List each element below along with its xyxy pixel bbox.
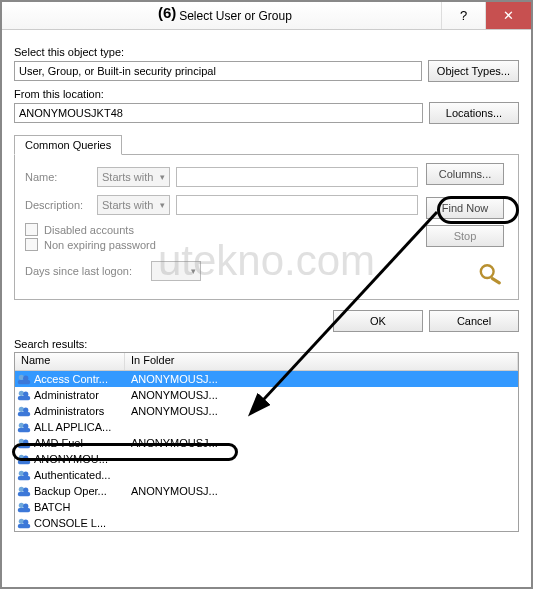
query-name-input (176, 167, 418, 187)
row-name: Administrators (34, 405, 104, 417)
svg-point-15 (19, 439, 24, 444)
table-row[interactable]: ANONYMOU... (15, 451, 518, 467)
row-name: Administrator (34, 389, 99, 401)
location-label: From this location: (14, 88, 519, 100)
query-name-mode-select: Starts with (97, 167, 170, 187)
non-expiring-checkbox: Non expiring password (25, 238, 418, 251)
svg-rect-14 (18, 428, 30, 432)
svg-rect-29 (18, 508, 30, 512)
object-type-label: Select this object type: (14, 46, 519, 58)
query-description-input (176, 195, 418, 215)
svg-rect-11 (18, 412, 30, 416)
svg-point-3 (19, 375, 24, 380)
row-name: CONSOLE L... (34, 517, 106, 529)
cancel-button[interactable]: Cancel (429, 310, 519, 332)
group-icon (17, 469, 31, 481)
disabled-accounts-label: Disabled accounts (44, 224, 134, 236)
table-row[interactable]: AdministratorANONYMOUSJ... (15, 387, 518, 403)
group-icon (17, 373, 31, 385)
svg-rect-20 (18, 460, 30, 464)
search-results-label: Search results: (14, 338, 519, 350)
results-table[interactable]: Name In Folder Access Contr...ANONYMOUSJ… (14, 352, 519, 532)
help-button[interactable]: ? (441, 2, 485, 29)
disabled-accounts-checkbox: Disabled accounts (25, 223, 418, 236)
group-icon (17, 405, 31, 417)
table-row[interactable]: Access Contr...ANONYMOUSJ... (15, 371, 518, 387)
object-type-input[interactable] (14, 61, 422, 81)
stop-button[interactable]: Stop (426, 225, 504, 247)
query-description-label: Description: (25, 199, 91, 211)
table-row[interactable]: CONSOLE L... (15, 515, 518, 531)
row-name: Access Contr... (34, 373, 108, 385)
find-now-button[interactable]: Find Now (426, 197, 504, 219)
object-types-button[interactable]: Object Types... (428, 60, 519, 82)
svg-rect-8 (18, 396, 30, 400)
col-header-folder[interactable]: In Folder (125, 353, 518, 370)
tab-common-queries[interactable]: Common Queries (14, 135, 122, 155)
row-folder: ANONYMOUSJ... (125, 373, 518, 385)
row-name: Backup Oper... (34, 485, 107, 497)
svg-point-18 (19, 455, 24, 460)
group-icon (17, 437, 31, 449)
col-header-name[interactable]: Name (15, 353, 125, 370)
row-name: ALL APPLICA... (34, 421, 111, 433)
svg-point-12 (19, 423, 24, 428)
group-icon (17, 453, 31, 465)
row-name: AMD Fuel (34, 437, 83, 449)
row-folder: ANONYMOUSJ... (125, 485, 518, 497)
columns-button[interactable]: Columns... (426, 163, 504, 185)
svg-rect-17 (18, 444, 30, 448)
row-folder: ANONYMOUSJ... (125, 405, 518, 417)
query-description-mode-select: Starts with (97, 195, 170, 215)
svg-rect-2 (490, 276, 501, 285)
svg-point-21 (19, 471, 24, 476)
locations-button[interactable]: Locations... (429, 102, 519, 124)
svg-point-30 (19, 519, 24, 524)
row-name: BATCH (34, 501, 70, 513)
titlebar: Select User or Group ? ✕ (2, 2, 531, 30)
group-icon (17, 501, 31, 513)
row-name: Authenticated... (34, 469, 110, 481)
group-icon (17, 485, 31, 497)
svg-point-9 (19, 407, 24, 412)
table-row[interactable]: AdministratorsANONYMOUSJ... (15, 403, 518, 419)
magnifier-icon (476, 261, 508, 289)
days-since-logon-select (151, 261, 201, 281)
table-row[interactable]: ALL APPLICA... (15, 419, 518, 435)
close-button[interactable]: ✕ (485, 2, 531, 29)
group-icon (17, 389, 31, 401)
svg-point-6 (19, 391, 24, 396)
table-row[interactable]: BATCH (15, 499, 518, 515)
svg-rect-23 (18, 476, 30, 480)
query-name-label: Name: (25, 171, 91, 183)
table-row[interactable]: AMD FuelANONYMOUSJ... (15, 435, 518, 451)
svg-point-27 (19, 503, 24, 508)
days-since-logon-label: Days since last logon: (25, 265, 145, 277)
table-row[interactable]: Backup Oper...ANONYMOUSJ... (15, 483, 518, 499)
non-expiring-label: Non expiring password (44, 239, 156, 251)
group-icon (17, 421, 31, 433)
row-folder: ANONYMOUSJ... (125, 389, 518, 401)
ok-button[interactable]: OK (333, 310, 423, 332)
svg-point-24 (19, 487, 24, 492)
row-name: ANONYMOU... (34, 453, 108, 465)
annotation-step-number: (6) (158, 4, 176, 21)
svg-point-1 (481, 265, 494, 278)
svg-rect-5 (18, 380, 30, 384)
group-icon (17, 517, 31, 529)
window-title: Select User or Group (10, 9, 441, 23)
svg-rect-26 (18, 492, 30, 496)
svg-rect-32 (18, 524, 30, 528)
table-row[interactable]: Authenticated... (15, 467, 518, 483)
row-folder: ANONYMOUSJ... (125, 437, 518, 449)
location-input[interactable] (14, 103, 423, 123)
